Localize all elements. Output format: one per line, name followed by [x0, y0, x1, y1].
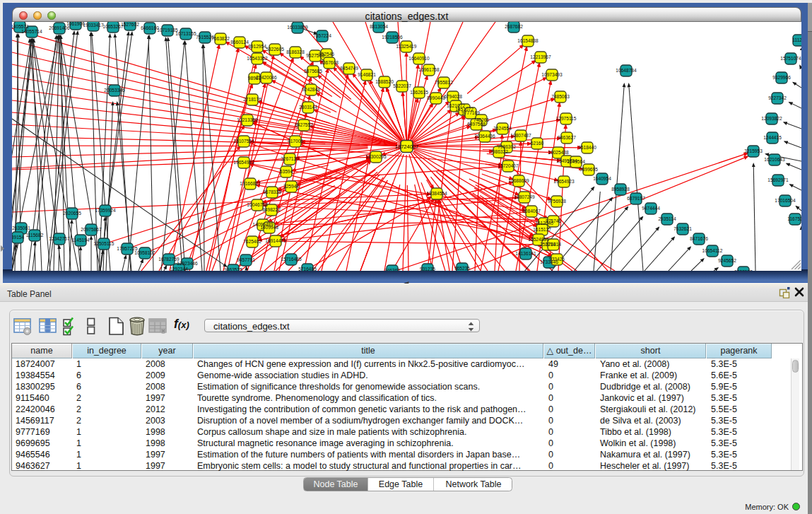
svg-text:978314: 978314 — [546, 242, 561, 247]
svg-text:7485063: 7485063 — [551, 94, 570, 99]
svg-text:9756928: 9756928 — [548, 199, 566, 204]
svg-text:5322605: 5322605 — [266, 47, 284, 52]
svg-text:10648784: 10648784 — [616, 68, 637, 73]
svg-text:1615137: 1615137 — [533, 227, 551, 232]
svg-text:9474444: 9474444 — [642, 206, 660, 211]
svg-text:14136141: 14136141 — [515, 251, 536, 256]
svg-text:1588520: 1588520 — [375, 79, 394, 84]
svg-text:20975867: 20975867 — [81, 227, 102, 232]
svg-text:7625402: 7625402 — [243, 239, 261, 244]
svg-text:931235: 931235 — [420, 267, 435, 271]
svg-text:3215953: 3215953 — [744, 148, 763, 153]
svg-text:2020655: 2020655 — [63, 211, 81, 216]
svg-text:3624554: 3624554 — [493, 126, 512, 131]
svg-text:16107554: 16107554 — [233, 139, 254, 144]
svg-text:15751074: 15751074 — [780, 56, 801, 61]
svg-text:6466160: 6466160 — [141, 25, 159, 30]
svg-text:10025438: 10025438 — [548, 150, 569, 155]
svg-text:5322037: 5322037 — [393, 83, 411, 88]
svg-text:9232923: 9232923 — [734, 269, 753, 271]
svg-text:12342757: 12342757 — [49, 236, 70, 241]
svg-text:16713155: 16713155 — [175, 31, 196, 36]
svg-text:1640954: 1640954 — [593, 176, 611, 181]
svg-text:2687682: 2687682 — [505, 24, 523, 29]
svg-text:10654112: 10654112 — [702, 248, 723, 253]
svg-text:1405571: 1405571 — [12, 24, 29, 29]
svg-text:18724007: 18724007 — [395, 144, 418, 150]
svg-text:15720407: 15720407 — [498, 163, 519, 168]
svg-text:18807249: 18807249 — [514, 194, 535, 199]
svg-text:6794028: 6794028 — [444, 94, 462, 99]
svg-text:2935114: 2935114 — [658, 216, 676, 221]
svg-text:16524851: 16524851 — [528, 237, 549, 242]
svg-text:1362615: 1362615 — [410, 90, 428, 95]
svg-text:5716485: 5716485 — [298, 267, 317, 271]
svg-text:116753: 116753 — [787, 216, 801, 221]
svg-text:12093822: 12093822 — [761, 116, 782, 121]
svg-text:11325419: 11325419 — [396, 44, 417, 49]
svg-text:3267130: 3267130 — [281, 156, 299, 161]
svg-text:19384554: 19384554 — [426, 191, 447, 196]
svg-text:9227342: 9227342 — [768, 95, 787, 100]
svg-text:933426: 933426 — [549, 257, 565, 262]
svg-text:16033809: 16033809 — [287, 25, 308, 30]
svg-text:8454749: 8454749 — [340, 66, 358, 71]
svg-text:20691406: 20691406 — [49, 25, 70, 30]
svg-text:10688609: 10688609 — [508, 178, 529, 183]
svg-text:1145194: 1145194 — [71, 238, 90, 243]
svg-text:8498222: 8498222 — [262, 207, 281, 212]
svg-text:12213369: 12213369 — [237, 117, 258, 122]
svg-text:2803144: 2803144 — [299, 105, 317, 110]
svg-text:11123: 11123 — [792, 37, 801, 42]
svg-text:2718176: 2718176 — [243, 97, 261, 102]
svg-text:417006: 417006 — [288, 139, 303, 144]
svg-text:16154838: 16154838 — [517, 38, 539, 43]
svg-text:16210643: 16210643 — [764, 157, 785, 162]
svg-text:15692971: 15692971 — [767, 177, 789, 182]
svg-text:16543362: 16543362 — [247, 56, 268, 61]
svg-text:18300295: 18300295 — [365, 154, 387, 159]
svg-text:8471676: 8471676 — [690, 236, 708, 241]
svg-text:8186328: 8186328 — [286, 49, 305, 54]
svg-text:12213967: 12213967 — [530, 54, 551, 59]
svg-text:7663822: 7663822 — [211, 36, 230, 41]
svg-text:6497568: 6497568 — [467, 122, 486, 127]
svg-text:9329966: 9329966 — [772, 75, 791, 80]
svg-text:53594: 53594 — [280, 169, 293, 174]
svg-text:19166827: 19166827 — [240, 181, 261, 186]
svg-text:325944: 325944 — [283, 184, 299, 189]
svg-text:22420046: 22420046 — [256, 75, 277, 80]
svg-text:1061906: 1061906 — [66, 22, 85, 26]
svg-text:16640910: 16640910 — [408, 56, 430, 61]
svg-text:14055714: 14055714 — [21, 29, 42, 34]
svg-text:9463627: 9463627 — [558, 135, 576, 140]
svg-text:10958107: 10958107 — [134, 250, 155, 255]
svg-text:9777169: 9777169 — [461, 110, 480, 115]
svg-text:19654983: 19654983 — [233, 160, 254, 165]
svg-text:7955812: 7955812 — [435, 80, 453, 85]
svg-text:952546: 952546 — [319, 52, 334, 57]
svg-text:1115682: 1115682 — [26, 233, 44, 238]
svg-text:15716485: 15716485 — [281, 257, 302, 262]
svg-text:9084067: 9084067 — [522, 209, 541, 214]
svg-text:1244415: 1244415 — [763, 135, 782, 140]
svg-text:1549564: 1549564 — [567, 159, 585, 164]
svg-text:7986302: 7986302 — [498, 144, 516, 149]
svg-text:20364436: 20364436 — [474, 134, 495, 139]
svg-text:16914479: 16914479 — [265, 238, 286, 243]
svg-text:7357224: 7357224 — [313, 33, 331, 38]
svg-text:8678335: 8678335 — [263, 189, 281, 194]
svg-text:20053346: 20053346 — [104, 88, 125, 93]
svg-text:6879197: 6879197 — [627, 196, 645, 201]
svg-text:10046758: 10046758 — [247, 202, 268, 207]
svg-text:9245652: 9245652 — [718, 258, 736, 263]
svg-text:19654923: 19654923 — [553, 179, 575, 184]
svg-text:62160: 62160 — [531, 141, 544, 146]
svg-text:17016504: 17016504 — [775, 198, 796, 203]
svg-text:5875685: 5875685 — [304, 69, 322, 74]
svg-text:7632621: 7632621 — [673, 226, 692, 231]
svg-text:17359924: 17359924 — [95, 208, 116, 213]
svg-text:12923446: 12923446 — [177, 261, 198, 266]
svg-text:39154: 39154 — [12, 235, 24, 240]
svg-text:965235: 965235 — [454, 266, 470, 271]
